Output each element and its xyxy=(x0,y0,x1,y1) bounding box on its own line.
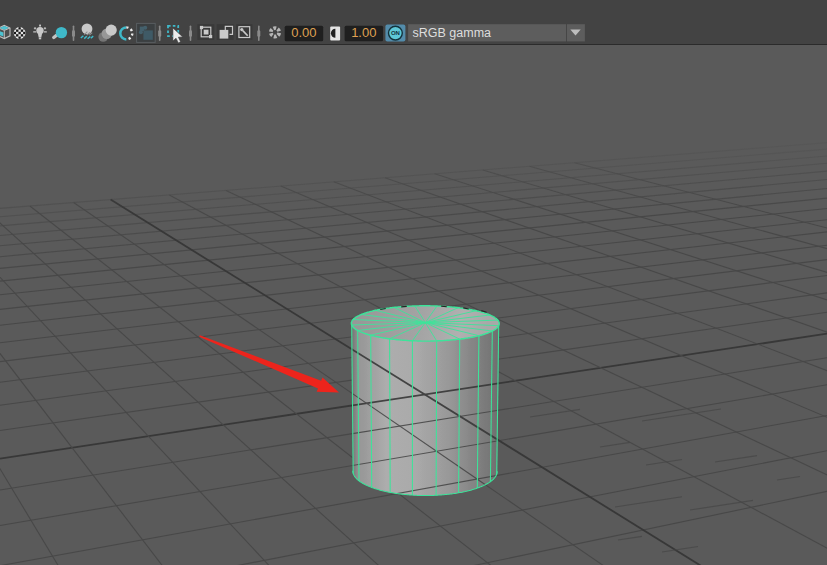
svg-text:0.00: 0.00 xyxy=(291,25,316,40)
svg-text:1.00: 1.00 xyxy=(351,25,376,40)
svg-text:ON: ON xyxy=(391,30,400,36)
svg-text:sRGB gamma: sRGB gamma xyxy=(413,26,492,40)
